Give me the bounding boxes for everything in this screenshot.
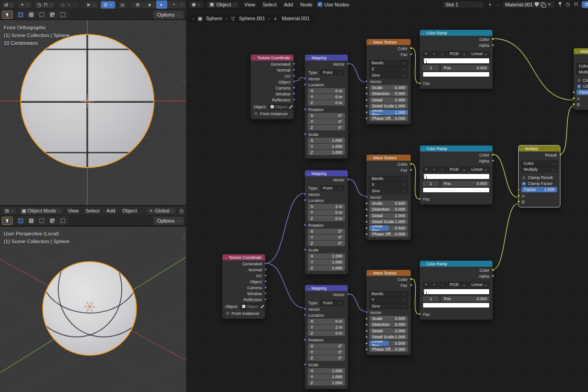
checkbox-row[interactable]: ✓Clamp Factor [519,181,560,187]
menu-object[interactable]: Object [120,208,139,213]
ramp-gradient[interactable] [423,174,490,179]
vector-field[interactable]: Y1.000 [308,259,345,265]
node-header[interactable]: ⌄Color Ramp [420,30,492,36]
vector-field[interactable]: Y0° [308,119,345,124]
vector-field[interactable]: Z0° [308,355,345,361]
node-wave-top[interactable]: ⌄Wave TextureColorFacBands⌄Z⌄Sine⌄Vector… [366,39,411,124]
collapse-icon[interactable]: ⌄ [422,147,425,151]
vector-socket[interactable] [264,286,267,289]
color-mode-dropdown[interactable]: RGB⌄ [447,282,468,287]
select-box-subtract-button[interactable] [37,11,47,19]
vector-socket[interactable] [304,199,306,202]
vector-field[interactable]: X0° [308,229,345,234]
collapse-icon[interactable]: ⌄ [576,50,579,53]
vector-socket[interactable] [304,224,306,226]
slider-field[interactable]: Detail2.000 [369,97,408,103]
color-socket[interactable] [572,97,575,100]
value-socket[interactable] [365,202,368,205]
vector-socket[interactable] [347,178,350,181]
vector-field[interactable]: Z0° [308,125,345,130]
dropdown[interactable]: Multiply⌄ [576,69,588,75]
vector-field[interactable]: Z0 m [308,100,345,106]
slider-field[interactable]: Scale0.500 [369,316,408,321]
vector-socket[interactable] [365,80,368,83]
vector-socket[interactable] [264,274,267,277]
vector-socket[interactable] [293,80,295,83]
vector-socket[interactable] [304,193,306,196]
value-socket[interactable] [365,336,368,338]
ramp-tools-dropdown[interactable]: ⌄ [439,51,447,56]
select-box-new-button[interactable] [16,217,26,225]
color-socket[interactable] [492,269,494,271]
value-socket[interactable] [517,188,520,191]
slider-field[interactable]: Detail Scale1.000 [369,103,408,109]
node-header[interactable]: ⌄Mapping [305,170,348,176]
value-socket[interactable] [365,348,368,351]
vector-field[interactable]: X2 m [308,204,345,209]
vector-socket[interactable] [304,83,306,86]
node-header[interactable]: ⌄Mapping [305,285,348,291]
use-nodes-toggle[interactable]: ✓ Use Nodes [317,2,349,7]
vector-field[interactable]: Y2 m [308,325,345,330]
checkbox-row[interactable]: From Instancer [251,111,294,117]
proportional-editing-icon[interactable]: ◷ [565,1,571,8]
node-ramp-bottom[interactable]: ⌄Color RampColorAlpha+−⌄RGB⌄Linear⌄1Pos0… [419,260,493,320]
interpolation-dropdown[interactable]: Linear⌄ [469,51,490,56]
vector-socket[interactable] [293,92,295,95]
slider-field[interactable]: Phase Off...0.000 [369,347,408,352]
shading-solid-button[interactable]: ● [144,0,155,9]
vector-socket[interactable] [293,98,295,101]
node-header[interactable]: ⌄Wave Texture [367,39,411,45]
color-mode-dropdown[interactable]: RGB⌄ [447,51,468,56]
tweak-tool-button[interactable] [2,11,13,19]
vector-field[interactable]: X0° [308,113,345,118]
collapse-icon[interactable]: ⌄ [307,56,310,60]
vector-field[interactable]: X0° [308,343,345,349]
slider-field[interactable]: Phase Off...0.000 [369,231,408,237]
node-header[interactable]: ⌄Color Ramp [420,146,492,151]
dropdown[interactable]: Sine⌄ [369,73,408,78]
slider-field[interactable]: Distortion0.000 [369,207,408,212]
collapse-icon[interactable]: ⌄ [422,31,425,35]
value-socket[interactable] [365,208,368,211]
menu-add[interactable]: Add [282,2,295,7]
slider-field[interactable]: Distortion0.000 [369,322,408,327]
ramp-stop-marker[interactable] [424,60,427,64]
stop-index-field[interactable]: 1 [423,296,439,302]
color-socket[interactable] [410,47,413,50]
checkbox-row[interactable]: ✓Clamp Factor [574,84,588,90]
checkbox-row[interactable]: From Instancer [222,310,265,316]
menu-select[interactable]: Select [83,208,102,213]
select-box-new-button[interactable] [16,11,26,19]
eyedropper-icon[interactable] [288,105,292,108]
color-socket[interactable] [559,153,562,156]
shader-type-dropdown[interactable]: ▣ Object ⌄ [206,1,239,8]
node-ramp-top[interactable]: ⌄Color RampColorAlpha+−⌄RGB⌄Linear⌄1Pos0… [419,29,493,89]
value-socket[interactable] [492,274,494,277]
vector-socket[interactable] [304,308,306,310]
close-icon[interactable]: × [547,1,552,8]
vector-field[interactable]: Z0 m [308,216,345,221]
select-box-extend-button[interactable] [26,217,36,225]
value-socket[interactable] [365,342,368,345]
node-mapping-bottom[interactable]: ⌄MappingVectorType:Point⌄VectorLocationX… [305,285,348,389]
dropdown[interactable]: Bands⌄ [369,291,408,297]
vector-socket[interactable] [304,77,306,80]
gizmo-dropdown[interactable]: ➤ ⌄ [84,1,98,9]
collapse-icon[interactable]: ⌄ [521,147,524,151]
value-socket[interactable] [365,330,368,332]
stop-color-swatch[interactable] [423,187,490,193]
vector-field[interactable]: Z0° [308,241,345,246]
vector-socket[interactable] [293,62,295,65]
vector-field[interactable]: Z1.000 [308,380,345,386]
color-socket[interactable] [517,194,520,197]
vector-field[interactable]: Y0° [308,235,345,240]
vector-socket[interactable] [264,280,267,283]
value-socket[interactable] [410,53,413,56]
dropdown[interactable]: Z⌄ [369,66,408,72]
stop-index-field[interactable]: 1 [423,181,439,186]
value-socket[interactable] [365,86,368,89]
pin-icon[interactable] [558,2,562,7]
vector-socket[interactable] [264,298,267,301]
vector-socket[interactable] [293,68,295,71]
